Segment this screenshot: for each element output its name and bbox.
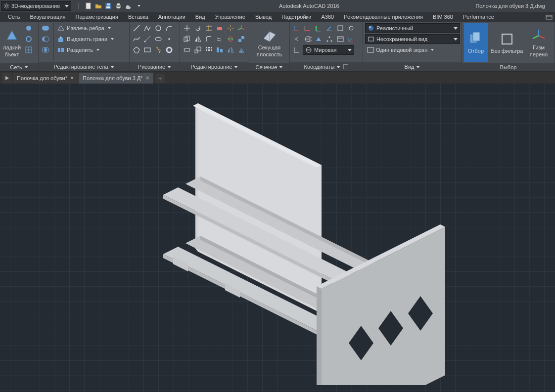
ribbon-tab-addins[interactable]: Надстройки bbox=[277, 12, 316, 22]
ucs-named-button[interactable] bbox=[335, 34, 345, 44]
section-plane-button[interactable]: Секущая плоскость bbox=[256, 23, 283, 62]
ribbon-tab-view[interactable]: Вид bbox=[190, 12, 210, 22]
ribbon-tab-bim360[interactable]: BIM 360 bbox=[428, 12, 458, 22]
subtract-button[interactable] bbox=[41, 34, 50, 44]
extract-edges-button[interactable]: Извлечь ребра bbox=[57, 23, 116, 33]
named-view-dropdown[interactable]: Несохраненный вид bbox=[365, 34, 460, 44]
ucs-object-button[interactable] bbox=[346, 23, 356, 33]
ribbon-tab-a360[interactable]: A360 bbox=[317, 12, 339, 22]
polygon-button[interactable] bbox=[132, 45, 141, 55]
panel-section-title[interactable]: Сечение bbox=[249, 63, 289, 71]
panel-draw-title[interactable]: Рисование bbox=[130, 62, 180, 71]
mirror-button[interactable] bbox=[193, 34, 203, 44]
ribbon-tab-manage[interactable]: Управление bbox=[210, 12, 250, 22]
ray-button[interactable] bbox=[142, 34, 152, 44]
close-icon[interactable]: × bbox=[146, 75, 149, 82]
trim-button[interactable] bbox=[204, 23, 214, 33]
offset-button[interactable] bbox=[215, 34, 225, 44]
panel-modify-title[interactable]: Редактирование bbox=[180, 62, 249, 71]
filter-button[interactable]: Отбор bbox=[464, 23, 488, 62]
visual-style-dropdown[interactable]: Реалистичный bbox=[365, 23, 460, 33]
gizmo-button[interactable]: Гизм перено bbox=[526, 23, 551, 62]
ucs-view-button[interactable] bbox=[335, 23, 345, 33]
ribbon-minimize-button[interactable] bbox=[543, 12, 555, 22]
explode-button[interactable] bbox=[226, 23, 235, 33]
donut-button[interactable] bbox=[164, 45, 174, 55]
workspace-switch-dropdown[interactable]: 3D-моделирование bbox=[1, 1, 71, 11]
qat-open-button[interactable] bbox=[94, 1, 103, 10]
separate-button[interactable]: Разделить bbox=[57, 45, 116, 55]
ucs-y-button[interactable] bbox=[314, 23, 324, 33]
extrude-faces-button[interactable]: Выдавить грани bbox=[57, 34, 116, 44]
ucs-3point-button[interactable] bbox=[324, 34, 334, 44]
line-button[interactable] bbox=[132, 23, 141, 33]
ucs-dropdown[interactable]: Мировая bbox=[303, 45, 354, 55]
polyline-button[interactable] bbox=[142, 23, 152, 33]
intersect-button[interactable] bbox=[41, 45, 50, 55]
ribbon-tab-annotate[interactable]: Аннотации bbox=[153, 12, 190, 22]
ucs-icon-button[interactable] bbox=[346, 34, 356, 44]
svg-line-111 bbox=[533, 36, 539, 39]
mesh-more-smooth-button[interactable] bbox=[24, 23, 34, 33]
ribbon-tab-performance[interactable]: Performance bbox=[458, 12, 499, 22]
fillet-button[interactable] bbox=[204, 34, 214, 44]
ribbon-tab-parametric[interactable]: Параметризация bbox=[71, 12, 123, 22]
3dmove-button[interactable] bbox=[236, 23, 246, 33]
new-tab-button[interactable]: + bbox=[155, 74, 165, 84]
ribbon-tab-output[interactable]: Вывод bbox=[250, 12, 277, 22]
scale-button[interactable] bbox=[193, 45, 203, 55]
circle-button[interactable] bbox=[153, 23, 163, 33]
ellipse-button[interactable] bbox=[153, 34, 163, 44]
svg-rect-16 bbox=[117, 3, 120, 5]
erase-button[interactable] bbox=[215, 23, 225, 33]
ribbon-tab-featured-apps[interactable]: Рекомендованные приложения bbox=[339, 12, 428, 22]
panel-solid-editing-title[interactable]: Редактирование тела bbox=[39, 62, 129, 71]
no-filter-button[interactable]: Без фильтра bbox=[490, 23, 524, 62]
3dalign-button[interactable] bbox=[236, 34, 246, 44]
3dscale-button[interactable] bbox=[236, 45, 246, 55]
smooth-object-button[interactable]: ладкий бъект bbox=[2, 23, 22, 62]
union-button[interactable] bbox=[41, 23, 50, 33]
ribbon-tab-insert[interactable]: Вставка bbox=[123, 12, 153, 22]
model-viewport[interactable] bbox=[0, 84, 555, 392]
3dmirror-button[interactable] bbox=[226, 45, 235, 55]
qat-cloud-button[interactable] bbox=[124, 1, 133, 10]
mesh-refine-button[interactable] bbox=[24, 45, 34, 55]
spline-button[interactable] bbox=[132, 34, 141, 44]
ucs-origin-button[interactable] bbox=[292, 23, 302, 33]
ribbon-tab-visualize[interactable]: Визуализация bbox=[25, 12, 70, 22]
rectangle-button[interactable] bbox=[142, 45, 152, 55]
3drotate-button[interactable] bbox=[226, 34, 235, 44]
mesh-less-smooth-button[interactable] bbox=[24, 34, 34, 44]
qat-dropdown[interactable] bbox=[134, 1, 142, 10]
dialog-launcher-icon[interactable] bbox=[343, 64, 348, 69]
align-button[interactable] bbox=[215, 45, 225, 55]
panel-view-title[interactable]: Вид bbox=[363, 62, 462, 71]
helix-button[interactable] bbox=[153, 45, 163, 55]
ucs-x-button[interactable] bbox=[303, 23, 313, 33]
viewport-config-dropdown[interactable]: Один видовой экран bbox=[365, 45, 460, 55]
panel-selection-title[interactable]: Выбор bbox=[462, 63, 555, 71]
ucs-show-button[interactable] bbox=[292, 45, 302, 55]
start-tab[interactable] bbox=[2, 73, 12, 84]
qat-save-button[interactable] bbox=[104, 1, 113, 10]
qat-print-button[interactable] bbox=[114, 1, 123, 10]
ucs-z-button[interactable] bbox=[324, 23, 334, 33]
array-button[interactable] bbox=[204, 45, 214, 55]
document-tab-1[interactable]: Полочка для обуви* × bbox=[13, 73, 78, 84]
ucs-prev-button[interactable] bbox=[292, 34, 302, 44]
move-button[interactable] bbox=[182, 23, 192, 33]
panel-coordinates-title[interactable]: Координаты bbox=[290, 62, 363, 71]
qat-new-button[interactable] bbox=[84, 1, 93, 10]
copy-button[interactable] bbox=[182, 34, 192, 44]
ucs-world-button[interactable] bbox=[303, 34, 313, 44]
document-tab-2[interactable]: Полочка для обуви 3 Д* × bbox=[79, 73, 153, 84]
rotate-button[interactable] bbox=[193, 23, 203, 33]
stretch-button[interactable] bbox=[182, 45, 192, 55]
point-button[interactable] bbox=[164, 34, 174, 44]
ucs-face-button[interactable] bbox=[314, 34, 324, 44]
close-icon[interactable]: × bbox=[70, 75, 74, 82]
panel-mesh-title[interactable]: Сеть bbox=[0, 63, 38, 71]
ribbon-tab-mesh[interactable]: Сеть bbox=[3, 12, 25, 22]
arc-button[interactable] bbox=[164, 23, 174, 33]
